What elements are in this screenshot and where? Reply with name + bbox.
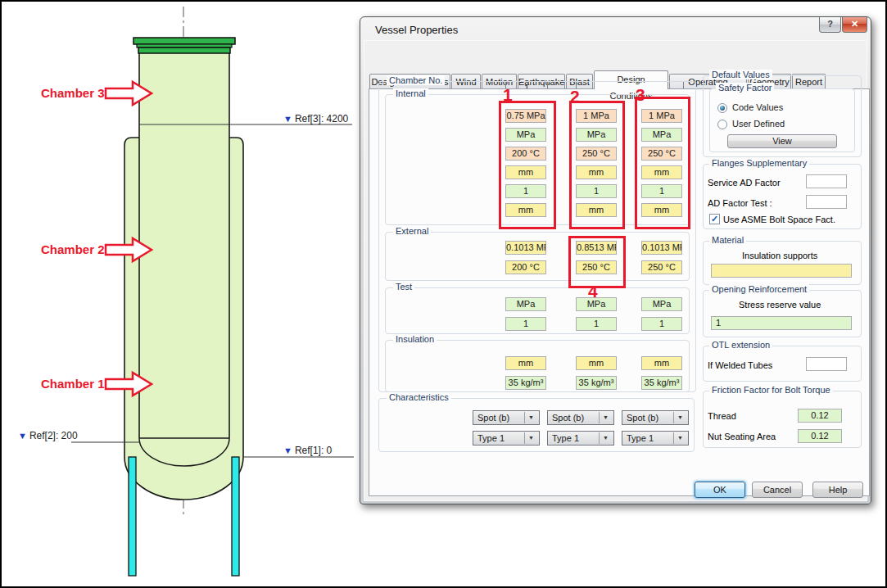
- if-welded-tubes-label: If Welded Tubes: [708, 360, 772, 372]
- screenshot-canvas: Chamber 3 Chamber 2 Chamber 1 ▼Ref[3]: 4…: [0, 0, 887, 588]
- chevron-down-icon[interactable]: ▼: [524, 412, 537, 423]
- friction-factor-group-label: Friction Factor for Bolt Torque: [709, 385, 833, 395]
- ref2-annotation: ▼Ref[2]: 200: [18, 430, 78, 441]
- if-welded-tubes-input[interactable]: [806, 357, 847, 371]
- help-caption-button[interactable]: ?: [819, 17, 841, 33]
- combo-value: Type 1: [477, 433, 505, 443]
- insulation-thickness-ch3[interactable]: mm: [641, 356, 682, 370]
- insulation-supports-label: Insulation supports: [742, 250, 817, 262]
- chamber-no-group-label: Chamber No.: [387, 75, 445, 85]
- characteristics-group-label: Characteristics: [387, 392, 451, 402]
- test-pressure-ch3[interactable]: MPa: [641, 297, 682, 311]
- vessel-jacket-shell: [124, 138, 243, 457]
- vessel-flange-top: [134, 38, 235, 44]
- otl-extension-group-label: OTL extension: [709, 340, 772, 350]
- external-pressure-ch1[interactable]: 0.1013 MP: [505, 241, 546, 255]
- chevron-down-icon[interactable]: ▼: [599, 432, 612, 444]
- cancel-button[interactable]: Cancel: [752, 482, 803, 498]
- internal-group-label: Internal: [393, 88, 428, 98]
- nut-seating-area-input[interactable]: 0.12: [798, 429, 842, 443]
- weld-type-ch1-select[interactable]: Type 1▼: [473, 431, 540, 446]
- insulation-group-label: Insulation: [393, 334, 437, 344]
- ref3-text: Ref[3]: 4200: [295, 113, 348, 124]
- test-fluid-sg-ch3[interactable]: 1: [641, 317, 682, 331]
- code-values-radio[interactable]: [717, 103, 727, 113]
- stress-reserve-value-label: Stress reserve value: [739, 299, 821, 311]
- annotation-box-4: [568, 236, 626, 288]
- weight-by-volume-ch2[interactable]: 35 kg/m³: [576, 376, 617, 390]
- annotation-number-1: 1: [503, 85, 513, 105]
- user-defined-radio[interactable]: [717, 120, 727, 129]
- radiography-uw11-ch3-select[interactable]: Spot (b)▼: [622, 410, 689, 425]
- ref1-annotation: ▼Ref[1]: 0: [283, 445, 332, 456]
- chamber3-label: Chamber 3: [41, 86, 105, 100]
- ref-marker-icon: ▼: [18, 431, 27, 441]
- combo-value: Type 1: [552, 433, 579, 443]
- ref2-text: Ref[2]: 200: [29, 430, 78, 441]
- chevron-down-icon[interactable]: ▼: [524, 432, 537, 444]
- test-fluid-sg-ch1[interactable]: 1: [505, 317, 546, 331]
- safety-factor-group-label: Safety Factor: [716, 83, 774, 93]
- radiography-uw11-ch2-select[interactable]: Spot (b)▼: [547, 410, 614, 425]
- user-defined-radio-label[interactable]: User Defined: [732, 119, 785, 129]
- chevron-down-icon[interactable]: ▼: [599, 412, 612, 423]
- insulation-thickness-ch2[interactable]: mm: [576, 356, 617, 370]
- flanges-group-label: Flanges Supplementary: [709, 158, 809, 168]
- chevron-down-icon[interactable]: ▼: [673, 432, 686, 444]
- test-pressure-ch1[interactable]: MPa: [505, 297, 546, 311]
- vessel-flange-bottom: [138, 47, 230, 53]
- thread-label: Thread: [708, 410, 736, 423]
- insulation-supports-input[interactable]: [711, 264, 852, 278]
- nut-seating-area-label: Nut Seating Area: [708, 431, 776, 443]
- weld-type-ch3-select[interactable]: Type 1▼: [622, 431, 689, 446]
- help-button[interactable]: Help: [812, 482, 863, 498]
- weight-by-volume-ch1[interactable]: 35 kg/m³: [505, 376, 546, 390]
- chamber1-label: Chamber 1: [41, 377, 105, 391]
- combo-value: Spot (b): [552, 413, 584, 423]
- vessel-upper-shell: [139, 52, 229, 139]
- view-button[interactable]: View: [727, 134, 837, 148]
- chevron-down-icon[interactable]: ▼: [673, 412, 686, 423]
- annotation-number-2: 2: [570, 87, 580, 106]
- annotation-box-1: [499, 101, 556, 229]
- external-design-temp-ch3[interactable]: 250 °C: [641, 260, 682, 274]
- opening-reinforcement-group: [703, 290, 862, 337]
- external-group-label: External: [393, 226, 431, 236]
- weight-by-volume-ch3[interactable]: 35 kg/m³: [641, 376, 682, 390]
- chamber2-label: Chamber 2: [41, 242, 105, 256]
- annotation-box-3: [635, 97, 690, 229]
- annotation-number-3: 3: [636, 85, 645, 105]
- ref-marker-icon: ▼: [283, 114, 292, 124]
- support-leg-right: [232, 457, 239, 576]
- ad-factor-test-input[interactable]: [806, 195, 847, 209]
- external-pressure-ch3[interactable]: 0.1013 MP: [641, 241, 682, 255]
- material-group-label: Material: [709, 235, 746, 245]
- combo-value: Spot (b): [477, 413, 509, 423]
- code-values-radio-label[interactable]: Code Values: [732, 102, 783, 112]
- ref1-text: Ref[1]: 0: [295, 445, 332, 456]
- asme-bolt-space-checkbox-label[interactable]: Use ASME Bolt Space Fact.: [723, 214, 835, 226]
- service-ad-factor-input[interactable]: [806, 174, 847, 188]
- ref-marker-icon: ▼: [283, 446, 292, 455]
- test-group-label: Test: [393, 282, 414, 292]
- ad-factor-test-label: AD Factor Test :: [708, 197, 772, 210]
- asme-bolt-space-checkbox[interactable]: [709, 214, 720, 224]
- test-fluid-sg-ch2[interactable]: 1: [576, 317, 617, 331]
- thread-input[interactable]: 0.12: [798, 409, 842, 423]
- window-title: Vessel Properties: [375, 24, 458, 36]
- annotation-box-2: [569, 101, 625, 229]
- combo-value: Spot (b): [627, 413, 658, 423]
- external-design-temp-ch1[interactable]: 200 °C: [505, 260, 546, 274]
- combo-value: Type 1: [627, 433, 654, 443]
- insulation-thickness-ch1[interactable]: mm: [505, 356, 546, 370]
- ok-button[interactable]: OK: [695, 482, 745, 498]
- support-leg-left: [129, 457, 136, 576]
- radiography-uw11-ch1-select[interactable]: Spot (b)▼: [473, 410, 540, 425]
- material-group: [703, 241, 862, 285]
- opening-reinforcement-group-label: Opening Reinforcement: [709, 284, 809, 294]
- stress-reserve-value-input[interactable]: 1: [711, 316, 852, 330]
- ref3-annotation: ▼Ref[3]: 4200: [283, 113, 348, 124]
- close-icon[interactable]: ✕: [842, 17, 867, 33]
- default-values-group-label: Default Values: [709, 70, 772, 79]
- weld-type-ch2-select[interactable]: Type 1▼: [547, 431, 614, 446]
